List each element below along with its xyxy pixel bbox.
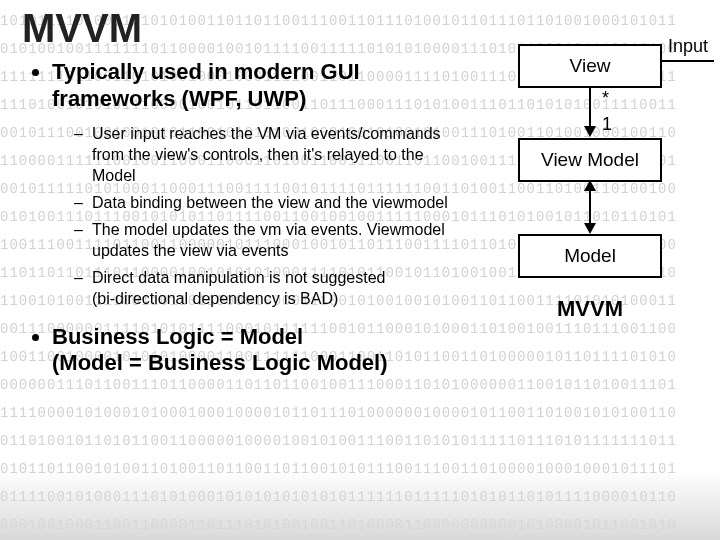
bullet-item: Typically used in modern GUI frameworks …: [52, 59, 465, 310]
model-box: Model: [518, 234, 662, 278]
slide-content: MVVM Typically used in modern GUI framew…: [12, 6, 465, 383]
bullet-item: Business Logic = Model (Model = Business…: [52, 324, 465, 378]
bullet-text: Typically used in modern GUI frameworks …: [52, 59, 360, 111]
sub-bullet-list: User input reaches the VM via events/com…: [52, 123, 465, 310]
diagram-caption: MVVM: [557, 296, 623, 322]
mvvm-diagram: Input View * 1 View Model Model MVVM: [470, 38, 710, 378]
multiplicity-one: 1: [602, 114, 612, 135]
arrow-view-to-vm: [584, 86, 596, 137]
bullet-list: Typically used in modern GUI frameworks …: [12, 59, 465, 377]
arrow-vm-model: [584, 180, 596, 234]
sub-bullet-item: User input reaches the VM via events/com…: [74, 123, 465, 186]
input-label: Input: [668, 36, 708, 57]
slide-background: 1010111101001101010100110110110011100110…: [0, 0, 720, 540]
sub-bullet-item: The model updates the vm via events. Vie…: [74, 219, 465, 261]
viewmodel-box: View Model: [518, 138, 662, 182]
multiplicity-star: *: [602, 88, 609, 109]
slide-title: MVVM: [22, 6, 465, 51]
bullet-text: Business Logic = Model (Model = Business…: [52, 324, 388, 376]
sub-bullet-item: Data binding between the view and the vi…: [74, 192, 465, 213]
input-arrow: [660, 60, 710, 62]
view-box: View: [518, 44, 662, 88]
sub-bullet-item: Direct data manipulation is not suggeste…: [74, 267, 465, 309]
